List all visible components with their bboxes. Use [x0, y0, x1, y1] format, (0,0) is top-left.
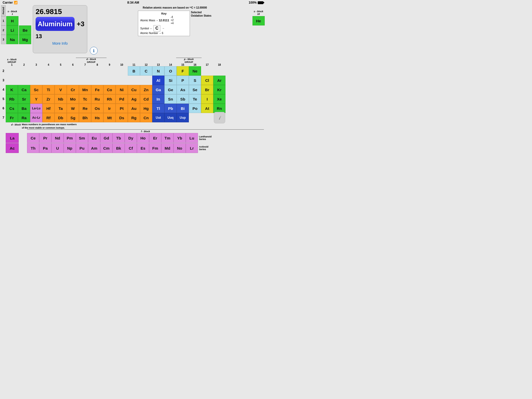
element-Pr[interactable]: Pr [39, 133, 51, 143]
element-Sg[interactable]: Sg [67, 113, 79, 122]
element-Pa[interactable]: Pa [39, 143, 51, 153]
element-Rf[interactable]: Rf [42, 113, 55, 122]
element-Ne[interactable]: Ne [189, 66, 201, 76]
element-Os[interactable]: Os [91, 104, 103, 113]
element-Si[interactable]: Si [164, 76, 177, 85]
element-Cf[interactable]: Cf [125, 143, 137, 153]
element-Ag[interactable]: Ag [128, 94, 140, 104]
element-Tm[interactable]: Tm [161, 133, 174, 143]
element-No[interactable]: No [174, 143, 186, 153]
element-Fe[interactable]: Fe [91, 85, 103, 94]
element-Cr[interactable]: Cr [67, 85, 79, 94]
element-H[interactable]: H [6, 16, 18, 25]
element-Pu[interactable]: Pu [76, 143, 88, 153]
element-Ho[interactable]: Ho [137, 133, 149, 143]
element-Re[interactable]: Re [79, 104, 91, 113]
element-Pd[interactable]: Pd [116, 94, 128, 104]
element-Na[interactable]: Na [6, 35, 18, 44]
element-O[interactable]: O [164, 66, 177, 76]
element-Bh[interactable]: Bh [79, 113, 91, 122]
element-Cl[interactable]: Cl [201, 76, 213, 85]
element-Se[interactable]: Se [189, 85, 201, 94]
element-Ra[interactable]: Ra [18, 113, 30, 122]
element-name-button[interactable]: Aluminium [36, 17, 75, 31]
element-Rg[interactable]: Rg [128, 113, 140, 122]
element-P[interactable]: P [177, 76, 189, 85]
element-Np[interactable]: Np [64, 143, 76, 153]
key-symbol[interactable]: C [154, 25, 160, 31]
element-Pm[interactable]: Pm [64, 133, 76, 143]
element-Yb[interactable]: Yb [174, 133, 186, 143]
element-AcLr[interactable]: Ac-Lr [30, 113, 42, 122]
element-Uup[interactable]: Uup [177, 113, 189, 122]
element-At[interactable]: At [201, 104, 213, 113]
element-Zn[interactable]: Zn [140, 85, 152, 94]
element-Pt[interactable]: Pt [116, 104, 128, 113]
element-Ar[interactable]: Ar [213, 76, 225, 85]
element-Al[interactable]: Al [152, 76, 164, 85]
element-Ir[interactable]: Ir [103, 104, 116, 113]
element-N[interactable]: N [152, 66, 164, 76]
element-Bi[interactable]: Bi [177, 104, 189, 113]
element-Pb[interactable]: Pb [164, 104, 177, 113]
element-Hf[interactable]: Hf [42, 104, 55, 113]
element-I[interactable]: I [201, 94, 213, 104]
element-Er[interactable]: Er [149, 133, 161, 143]
element-Sm[interactable]: Sm [76, 133, 88, 143]
element-Ac[interactable]: Ac [6, 143, 19, 153]
element-La[interactable]: La [6, 133, 19, 143]
element-Am[interactable]: Am [88, 143, 100, 153]
element-B[interactable]: B [128, 66, 140, 76]
element-C[interactable]: C [140, 66, 152, 76]
element-Ti[interactable]: Ti [42, 85, 55, 94]
element-Ru[interactable]: Ru [91, 94, 103, 104]
element-He[interactable]: He [252, 16, 265, 25]
element-Nd[interactable]: Nd [51, 133, 64, 143]
element-Mn[interactable]: Mn [79, 85, 91, 94]
element-Tl[interactable]: Tl [152, 104, 164, 113]
element-U[interactable]: U [51, 143, 64, 153]
element-K[interactable]: K [6, 85, 18, 94]
element-Cs[interactable]: Cs [6, 104, 18, 113]
element-Eu[interactable]: Eu [88, 133, 100, 143]
element-Mo[interactable]: Mo [67, 94, 79, 104]
element-Y[interactable]: Y [30, 94, 42, 104]
element-Zr[interactable]: Zr [42, 94, 55, 104]
element-Rb[interactable]: Rb [6, 94, 18, 104]
element-Br[interactable]: Br [201, 85, 213, 94]
element-Ce[interactable]: Ce [27, 133, 39, 143]
element-LaLu[interactable]: La-Lu [30, 104, 42, 113]
element-Au[interactable]: Au [128, 104, 140, 113]
element-F[interactable]: F [177, 66, 189, 76]
element-Sb[interactable]: Sb [177, 94, 189, 104]
element-Ta[interactable]: Ta [55, 104, 67, 113]
element-Uuq[interactable]: Uuq [164, 113, 177, 122]
element-Co[interactable]: Co [103, 85, 116, 94]
element-Ge[interactable]: Ge [164, 85, 177, 94]
element-Db[interactable]: Db [55, 113, 67, 122]
element-Li[interactable]: Li [6, 25, 18, 35]
bottom-info-button[interactable]: 𝑖 [214, 112, 225, 123]
element-Cm[interactable]: Cm [100, 143, 112, 153]
element-As[interactable]: As [177, 85, 189, 94]
element-Ds[interactable]: Ds [116, 113, 128, 122]
element-Be[interactable]: Be [19, 25, 31, 35]
element-Fm[interactable]: Fm [149, 143, 161, 153]
element-Tc[interactable]: Tc [79, 94, 91, 104]
element-Cd[interactable]: Cd [140, 94, 152, 104]
element-Md[interactable]: Md [161, 143, 174, 153]
element-Ni[interactable]: Ni [116, 85, 128, 94]
element-Gd[interactable]: Gd [100, 133, 112, 143]
element-Xe[interactable]: Xe [213, 94, 225, 104]
element-Tb[interactable]: Tb [112, 133, 125, 143]
element-Mt[interactable]: Mt [103, 113, 116, 122]
element-Kr[interactable]: Kr [213, 85, 225, 94]
element-Sc[interactable]: Sc [30, 85, 42, 94]
element-In[interactable]: In [152, 94, 164, 104]
element-Lr[interactable]: Lr [186, 143, 198, 153]
element-Sr[interactable]: Sr [18, 94, 30, 104]
element-Dy[interactable]: Dy [125, 133, 137, 143]
element-Te[interactable]: Te [189, 94, 201, 104]
element-Fr[interactable]: Fr [6, 113, 18, 122]
element-Uut[interactable]: Uut [152, 113, 164, 122]
